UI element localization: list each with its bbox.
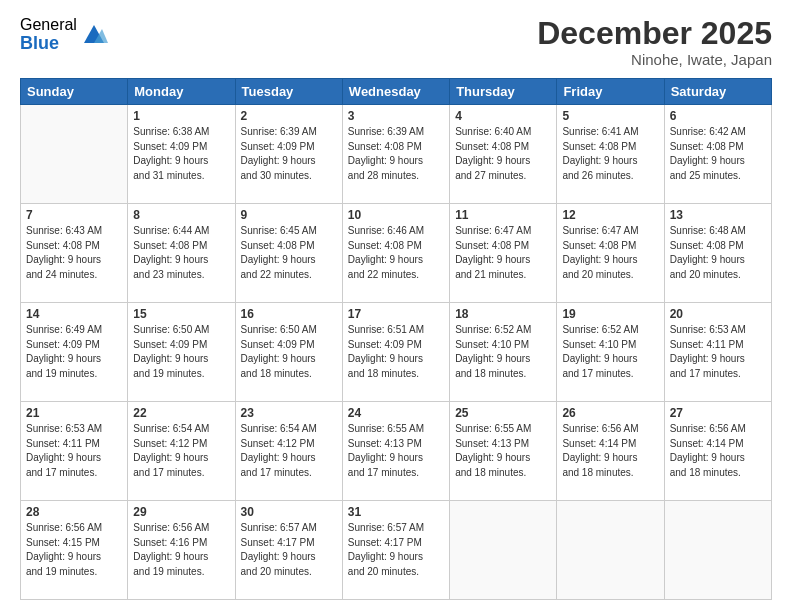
day-info: Sunrise: 6:44 AM Sunset: 4:08 PM Dayligh…: [133, 224, 229, 282]
day-info: Sunrise: 6:47 AM Sunset: 4:08 PM Dayligh…: [562, 224, 658, 282]
weekday-header-row: SundayMondayTuesdayWednesdayThursdayFrid…: [21, 79, 772, 105]
day-number: 15: [133, 307, 229, 321]
calendar-table: SundayMondayTuesdayWednesdayThursdayFrid…: [20, 78, 772, 600]
calendar-cell: 18Sunrise: 6:52 AM Sunset: 4:10 PM Dayli…: [450, 303, 557, 402]
day-number: 14: [26, 307, 122, 321]
day-info: Sunrise: 6:55 AM Sunset: 4:13 PM Dayligh…: [348, 422, 444, 480]
day-number: 18: [455, 307, 551, 321]
weekday-header-sunday: Sunday: [21, 79, 128, 105]
day-number: 13: [670, 208, 766, 222]
day-info: Sunrise: 6:56 AM Sunset: 4:14 PM Dayligh…: [562, 422, 658, 480]
day-number: 29: [133, 505, 229, 519]
day-info: Sunrise: 6:48 AM Sunset: 4:08 PM Dayligh…: [670, 224, 766, 282]
location: Ninohe, Iwate, Japan: [537, 51, 772, 68]
calendar-cell: 12Sunrise: 6:47 AM Sunset: 4:08 PM Dayli…: [557, 204, 664, 303]
day-info: Sunrise: 6:49 AM Sunset: 4:09 PM Dayligh…: [26, 323, 122, 381]
day-number: 5: [562, 109, 658, 123]
calendar-cell: 1Sunrise: 6:38 AM Sunset: 4:09 PM Daylig…: [128, 105, 235, 204]
day-info: Sunrise: 6:54 AM Sunset: 4:12 PM Dayligh…: [241, 422, 337, 480]
day-number: 26: [562, 406, 658, 420]
calendar-cell: 23Sunrise: 6:54 AM Sunset: 4:12 PM Dayli…: [235, 402, 342, 501]
day-number: 28: [26, 505, 122, 519]
day-number: 27: [670, 406, 766, 420]
calendar-cell: 10Sunrise: 6:46 AM Sunset: 4:08 PM Dayli…: [342, 204, 449, 303]
weekday-header-thursday: Thursday: [450, 79, 557, 105]
day-number: 19: [562, 307, 658, 321]
calendar-cell: 30Sunrise: 6:57 AM Sunset: 4:17 PM Dayli…: [235, 501, 342, 600]
calendar-cell: [664, 501, 771, 600]
logo-blue: Blue: [20, 34, 77, 54]
day-info: Sunrise: 6:56 AM Sunset: 4:14 PM Dayligh…: [670, 422, 766, 480]
day-info: Sunrise: 6:50 AM Sunset: 4:09 PM Dayligh…: [241, 323, 337, 381]
day-number: 9: [241, 208, 337, 222]
month-title: December 2025: [537, 16, 772, 51]
logo-icon: [80, 19, 108, 47]
day-number: 16: [241, 307, 337, 321]
calendar-week-row: 14Sunrise: 6:49 AM Sunset: 4:09 PM Dayli…: [21, 303, 772, 402]
calendar-cell: 28Sunrise: 6:56 AM Sunset: 4:15 PM Dayli…: [21, 501, 128, 600]
day-number: 11: [455, 208, 551, 222]
day-info: Sunrise: 6:45 AM Sunset: 4:08 PM Dayligh…: [241, 224, 337, 282]
logo-text: General Blue: [20, 16, 77, 53]
day-info: Sunrise: 6:52 AM Sunset: 4:10 PM Dayligh…: [455, 323, 551, 381]
calendar-cell: 4Sunrise: 6:40 AM Sunset: 4:08 PM Daylig…: [450, 105, 557, 204]
day-number: 6: [670, 109, 766, 123]
day-number: 10: [348, 208, 444, 222]
calendar-cell: 29Sunrise: 6:56 AM Sunset: 4:16 PM Dayli…: [128, 501, 235, 600]
day-number: 24: [348, 406, 444, 420]
calendar-cell: 11Sunrise: 6:47 AM Sunset: 4:08 PM Dayli…: [450, 204, 557, 303]
calendar-week-row: 1Sunrise: 6:38 AM Sunset: 4:09 PM Daylig…: [21, 105, 772, 204]
calendar-cell: 16Sunrise: 6:50 AM Sunset: 4:09 PM Dayli…: [235, 303, 342, 402]
calendar-week-row: 21Sunrise: 6:53 AM Sunset: 4:11 PM Dayli…: [21, 402, 772, 501]
weekday-header-friday: Friday: [557, 79, 664, 105]
weekday-header-wednesday: Wednesday: [342, 79, 449, 105]
day-info: Sunrise: 6:57 AM Sunset: 4:17 PM Dayligh…: [241, 521, 337, 579]
day-info: Sunrise: 6:51 AM Sunset: 4:09 PM Dayligh…: [348, 323, 444, 381]
day-info: Sunrise: 6:53 AM Sunset: 4:11 PM Dayligh…: [26, 422, 122, 480]
weekday-header-saturday: Saturday: [664, 79, 771, 105]
day-info: Sunrise: 6:53 AM Sunset: 4:11 PM Dayligh…: [670, 323, 766, 381]
day-info: Sunrise: 6:52 AM Sunset: 4:10 PM Dayligh…: [562, 323, 658, 381]
day-info: Sunrise: 6:54 AM Sunset: 4:12 PM Dayligh…: [133, 422, 229, 480]
day-info: Sunrise: 6:40 AM Sunset: 4:08 PM Dayligh…: [455, 125, 551, 183]
day-number: 30: [241, 505, 337, 519]
calendar-cell: 17Sunrise: 6:51 AM Sunset: 4:09 PM Dayli…: [342, 303, 449, 402]
day-info: Sunrise: 6:56 AM Sunset: 4:16 PM Dayligh…: [133, 521, 229, 579]
calendar-week-row: 28Sunrise: 6:56 AM Sunset: 4:15 PM Dayli…: [21, 501, 772, 600]
day-info: Sunrise: 6:57 AM Sunset: 4:17 PM Dayligh…: [348, 521, 444, 579]
calendar-cell: 15Sunrise: 6:50 AM Sunset: 4:09 PM Dayli…: [128, 303, 235, 402]
logo-general: General: [20, 16, 77, 34]
day-number: 7: [26, 208, 122, 222]
calendar-cell: 8Sunrise: 6:44 AM Sunset: 4:08 PM Daylig…: [128, 204, 235, 303]
calendar-cell: 14Sunrise: 6:49 AM Sunset: 4:09 PM Dayli…: [21, 303, 128, 402]
day-number: 25: [455, 406, 551, 420]
calendar-cell: 19Sunrise: 6:52 AM Sunset: 4:10 PM Dayli…: [557, 303, 664, 402]
day-info: Sunrise: 6:55 AM Sunset: 4:13 PM Dayligh…: [455, 422, 551, 480]
day-info: Sunrise: 6:47 AM Sunset: 4:08 PM Dayligh…: [455, 224, 551, 282]
calendar-cell: 5Sunrise: 6:41 AM Sunset: 4:08 PM Daylig…: [557, 105, 664, 204]
page-header: General Blue December 2025 Ninohe, Iwate…: [20, 16, 772, 68]
calendar-cell: 6Sunrise: 6:42 AM Sunset: 4:08 PM Daylig…: [664, 105, 771, 204]
day-info: Sunrise: 6:39 AM Sunset: 4:09 PM Dayligh…: [241, 125, 337, 183]
calendar-cell: 20Sunrise: 6:53 AM Sunset: 4:11 PM Dayli…: [664, 303, 771, 402]
day-number: 4: [455, 109, 551, 123]
day-number: 22: [133, 406, 229, 420]
calendar-cell: 24Sunrise: 6:55 AM Sunset: 4:13 PM Dayli…: [342, 402, 449, 501]
day-info: Sunrise: 6:41 AM Sunset: 4:08 PM Dayligh…: [562, 125, 658, 183]
calendar-cell: 13Sunrise: 6:48 AM Sunset: 4:08 PM Dayli…: [664, 204, 771, 303]
day-info: Sunrise: 6:56 AM Sunset: 4:15 PM Dayligh…: [26, 521, 122, 579]
calendar-cell: 9Sunrise: 6:45 AM Sunset: 4:08 PM Daylig…: [235, 204, 342, 303]
calendar-cell: 7Sunrise: 6:43 AM Sunset: 4:08 PM Daylig…: [21, 204, 128, 303]
calendar-cell: [21, 105, 128, 204]
calendar-cell: 22Sunrise: 6:54 AM Sunset: 4:12 PM Dayli…: [128, 402, 235, 501]
day-info: Sunrise: 6:50 AM Sunset: 4:09 PM Dayligh…: [133, 323, 229, 381]
day-info: Sunrise: 6:43 AM Sunset: 4:08 PM Dayligh…: [26, 224, 122, 282]
day-number: 20: [670, 307, 766, 321]
day-number: 17: [348, 307, 444, 321]
day-number: 23: [241, 406, 337, 420]
calendar-cell: 27Sunrise: 6:56 AM Sunset: 4:14 PM Dayli…: [664, 402, 771, 501]
day-number: 3: [348, 109, 444, 123]
day-number: 2: [241, 109, 337, 123]
day-number: 8: [133, 208, 229, 222]
logo: General Blue: [20, 16, 108, 53]
